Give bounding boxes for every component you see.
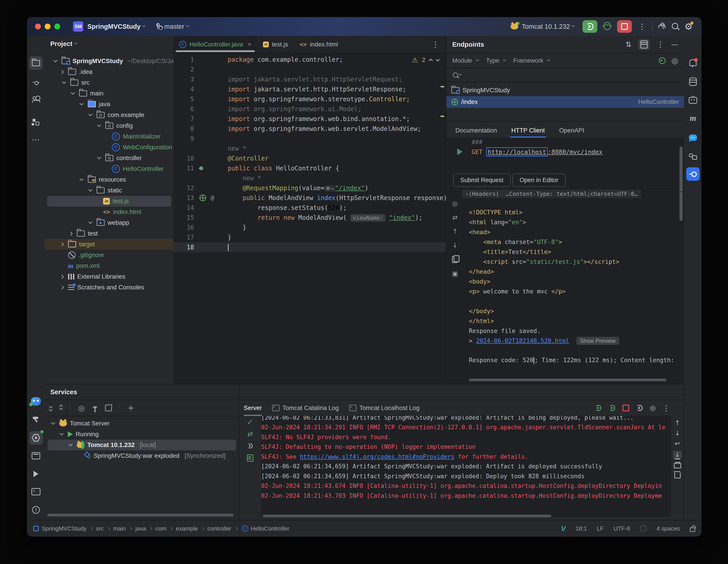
tab-http-client[interactable]: HTTP Client	[511, 127, 545, 138]
text-line[interactable]: > 2024-06-02T182148.520.html Show Previe…	[469, 336, 675, 346]
search-everywhere-button[interactable]	[672, 23, 678, 30]
tree-item-hellocontroller[interactable]: HelloController	[45, 163, 173, 174]
unlock-icon[interactable]	[690, 527, 695, 532]
open-each-in-new-tab-icon[interactable]	[105, 405, 112, 411]
tab-test-js[interactable]: test.js	[257, 36, 294, 53]
breadcrumb[interactable]: SpringMVCStudy	[42, 525, 86, 532]
collapsed-headers-line[interactable]: ›(Headers) …Content-Type: text/html;char…	[462, 190, 641, 198]
breadcrumb[interactable]: main	[113, 525, 126, 532]
expand-chevron[interactable]	[71, 90, 75, 95]
move-up-icon[interactable]: ↑	[452, 228, 457, 235]
text-line[interactable]: <meta charset="UTF-8">	[469, 237, 675, 247]
tab-hellocontroller-java[interactable]: HelloController.java ×	[173, 36, 257, 53]
warning-stripe-mark[interactable]	[441, 116, 444, 117]
code-line[interactable]: 3import jakarta.servlet.http.HttpServlet…	[173, 74, 446, 84]
vim-plugin-icon[interactable]: V	[561, 524, 566, 533]
filter-framework[interactable]: Framework	[513, 57, 543, 64]
collapsed-chevron[interactable]	[60, 285, 64, 289]
endpoints-search-bar[interactable]	[446, 68, 684, 82]
open-in-editor-button[interactable]: Open in Editor	[512, 174, 566, 187]
tool-chat-plugin-button[interactable]	[686, 131, 700, 144]
tree-item-com-example[interactable]: com.example	[45, 110, 173, 120]
code-line[interactable]: 16 }	[173, 223, 446, 232]
rerun-icon[interactable]: ⇄	[247, 431, 253, 437]
services-tree-scrollbar[interactable]	[47, 514, 234, 516]
text-line[interactable]: SLF4J: Defaulting to no-operation (NOP) …	[261, 442, 671, 452]
text-line[interactable]: <html lang="en">	[469, 217, 675, 227]
tree-item-target[interactable]: target	[45, 239, 173, 250]
server-log[interactable]: [2024-06-02 06:21:33,831] Artifact Sprin…	[261, 416, 671, 517]
tab-documentation[interactable]: Documentation	[455, 127, 497, 138]
expand-chevron[interactable]	[88, 220, 92, 224]
filter-type[interactable]: Type	[486, 57, 499, 64]
tree-item-maininitializer[interactable]: MainInitializer	[45, 131, 173, 142]
print-icon[interactable]	[674, 463, 681, 468]
move-down-icon[interactable]: ↓	[452, 242, 457, 249]
scroll-to-end-button[interactable]: ↓	[673, 451, 682, 459]
expand-chevron[interactable]	[79, 177, 84, 181]
expand-chevron[interactable]	[60, 431, 64, 435]
services-item-tomcat-instance[interactable]: Tomcat 10.1.232 [local]	[48, 440, 236, 450]
text-line[interactable]	[469, 296, 675, 306]
expand-chevron[interactable]	[97, 123, 101, 127]
tab-tomcat-localhost-log[interactable]: Tomcat Localhost Log	[349, 404, 420, 412]
tree-item-controller[interactable]: controller	[45, 153, 173, 163]
breadcrumb[interactable]: example	[176, 525, 198, 532]
code-line[interactable]: new *	[173, 143, 446, 153]
collapsed-chevron[interactable]	[60, 242, 64, 246]
stop-button[interactable]	[617, 20, 632, 33]
more-tool-windows-button[interactable]: ⋯	[29, 133, 43, 146]
services-item-tomcat-server[interactable]: Tomcat Server	[45, 418, 239, 429]
notifications-button[interactable]	[686, 56, 700, 69]
endpoints-route-row[interactable]: /index HelloController	[446, 96, 684, 108]
group-by-icon[interactable]: ◎	[78, 404, 85, 412]
rerun-server-icon[interactable]	[595, 405, 601, 411]
text-line[interactable]: SLF4J: See https://www.slf4j.org/codes.h…	[261, 452, 671, 462]
request-url-host[interactable]: http://localhost	[486, 147, 548, 156]
line-separator[interactable]: LF	[597, 525, 604, 532]
collapsed-chevron[interactable]	[68, 231, 73, 236]
editor-tab-options-button[interactable]: ⋮	[432, 41, 446, 48]
debug-rerun-icon[interactable]	[609, 405, 615, 411]
tree-item-test[interactable]: test	[45, 228, 173, 239]
tool-frames-button[interactable]	[29, 449, 43, 463]
breadcrumb[interactable]: src	[96, 525, 104, 532]
expand-chevron[interactable]	[97, 155, 101, 159]
breadcrumb[interactable]: java	[135, 525, 146, 532]
tool-commit-button[interactable]	[29, 76, 43, 89]
tree-item-indexhtml[interactable]: index.html	[45, 207, 173, 217]
text-line[interactable]: <p> welcome to the mvc </p>	[469, 286, 675, 296]
tool-structure-button[interactable]	[29, 115, 43, 129]
clear-all-icon[interactable]	[674, 472, 681, 478]
tool-ai-assistant-button[interactable]	[686, 94, 700, 107]
tool-problems-button[interactable]	[29, 503, 43, 517]
text-line[interactable]: </html>	[469, 316, 675, 326]
code-line[interactable]: 12 @RequestMapping(value="/index")	[173, 183, 446, 193]
text-line[interactable]: Response code: 520; Time: 122ms (122 ms)…	[469, 355, 675, 365]
request-line[interactable]: GET http://localhost:8080/mvc/index	[472, 148, 602, 155]
code-line[interactable]: 13@ public ModelAndView index(HttpServle…	[173, 193, 446, 203]
code-line[interactable]: 10@Controller	[173, 153, 446, 163]
file-encoding[interactable]: UTF-8	[613, 525, 630, 532]
code-line[interactable]: 5import org.springframework.stereotype.C…	[173, 94, 446, 104]
tool-endpoints-button[interactable]	[686, 167, 700, 181]
expand-chevron[interactable]	[68, 442, 73, 446]
endpoints-module-row[interactable]: SpringMVCStudy	[446, 84, 684, 96]
code-line[interactable]: 7import org.springframework.web.bind.ann…	[173, 114, 446, 124]
expand-chevron[interactable]	[53, 58, 57, 62]
tree-item-config[interactable]: config	[45, 120, 173, 131]
request-mapping-gutter-icon[interactable]	[199, 194, 206, 201]
expand-all-icon[interactable]	[49, 405, 52, 411]
stop-server-icon[interactable]	[622, 405, 629, 411]
text-line[interactable]: 02-Jun-2024 18:21:34.291 INFO [RMI TCP C…	[261, 423, 671, 432]
code-line[interactable]: 6import org.springframework.ui.Model;	[173, 104, 446, 114]
text-line[interactable]: <!DOCTYPE html>	[469, 207, 675, 217]
text-line[interactable]: Response file saved.	[469, 326, 675, 336]
tree-item-testjs[interactable]: test.js	[47, 196, 171, 207]
sort-icon[interactable]: ⇅	[625, 41, 631, 48]
settings-button[interactable]: ⚙	[684, 22, 693, 31]
run-request-icon[interactable]	[457, 148, 463, 155]
text-line[interactable]: <head>	[469, 227, 675, 237]
code-line[interactable]: 17}	[173, 232, 446, 242]
tab-tomcat-catalina-log[interactable]: Tomcat Catalina Log	[272, 404, 339, 412]
